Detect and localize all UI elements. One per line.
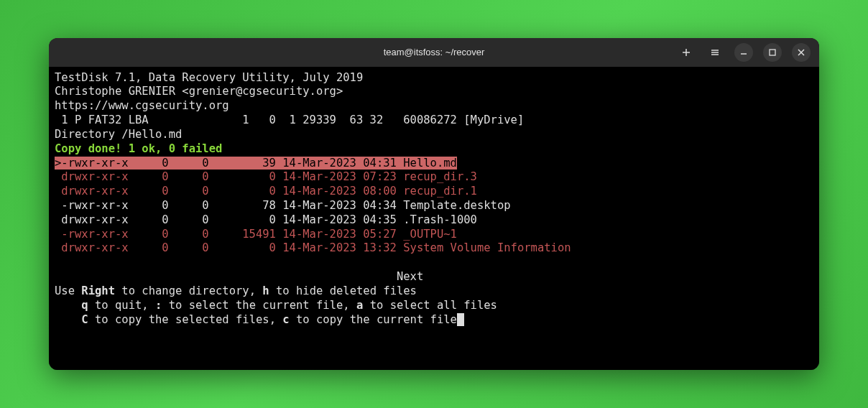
terminal-window: team@itsfoss: ~/recover TestDisk 7.1, Da…	[49, 38, 819, 371]
help-text: to change directory,	[115, 284, 262, 297]
minimize-button[interactable]	[734, 43, 753, 62]
close-button[interactable]	[792, 43, 811, 62]
maximize-button[interactable]	[763, 43, 782, 62]
help-line: q to quit, : to select the current file,…	[55, 299, 813, 313]
help-text: Use	[55, 284, 81, 297]
next-line: Next	[55, 270, 813, 284]
help-line: C to copy the selected files, c to copy …	[55, 313, 813, 328]
help-text: to select all files	[363, 299, 497, 312]
help-key: q	[81, 299, 88, 312]
file-row: drwxr-xr-x 0 0 0 14-Mar-2023 13:32 Syste…	[55, 241, 813, 256]
terminal-body[interactable]: TestDisk 7.1, Data Recovery Utility, Jul…	[49, 67, 819, 371]
header-line: https://www.cgsecurity.org	[55, 99, 813, 113]
help-text: to hide deleted files	[269, 284, 417, 297]
help-text: to select the current file,	[162, 299, 356, 312]
help-key: c	[282, 313, 289, 326]
new-tab-button[interactable]	[677, 43, 696, 62]
help-key: C	[81, 313, 88, 326]
help-text: to copy the selected files,	[88, 313, 283, 326]
header-line: TestDisk 7.1, Data Recovery Utility, Jul…	[55, 71, 813, 85]
menu-button[interactable]	[706, 43, 724, 62]
help-key: h	[262, 284, 269, 297]
window-title: team@itsfoss: ~/recover	[384, 47, 485, 57]
file-row: -rwxr-xr-x 0 0 78 14-Mar-2023 04:34 Temp…	[55, 199, 813, 213]
help-key: :	[155, 299, 162, 312]
partition-line: 1 P FAT32 LBA 1 0 1 29339 63 32 60086272…	[55, 113, 813, 128]
file-row: drwxr-xr-x 0 0 0 14-Mar-2023 04:35 .Tras…	[55, 213, 813, 228]
cursor-icon	[457, 313, 464, 326]
svg-rect-0	[770, 50, 775, 55]
window-controls	[677, 43, 811, 62]
file-row-selected: >-rwxr-xr-x 0 0 39 14-Mar-2023 04:31 Hel…	[55, 157, 813, 171]
file-row: -rwxr-xr-x 0 0 15491 14-Mar-2023 05:27 _…	[55, 228, 813, 242]
file-row: drwxr-xr-x 0 0 0 14-Mar-2023 07:23 recup…	[55, 170, 813, 185]
help-key: a	[356, 299, 363, 312]
file-row: drwxr-xr-x 0 0 0 14-Mar-2023 08:00 recup…	[55, 185, 813, 199]
help-text: to copy the current file	[290, 313, 457, 326]
status-line: Copy done! 1 ok, 0 failed	[55, 142, 813, 157]
directory-line: Directory /Hello.md	[55, 128, 813, 142]
file-row-text: >-rwxr-xr-x 0 0 39 14-Mar-2023 04:31 Hel…	[55, 157, 457, 170]
help-text	[55, 313, 81, 326]
help-key: Right	[81, 284, 115, 297]
header-line: Christophe GRENIER <grenier@cgsecurity.o…	[55, 85, 813, 99]
help-text: to quit,	[88, 299, 155, 312]
help-text	[55, 299, 81, 312]
titlebar: team@itsfoss: ~/recover	[49, 38, 819, 67]
blank-line	[55, 256, 813, 270]
help-line: Use Right to change directory, h to hide…	[55, 284, 813, 299]
